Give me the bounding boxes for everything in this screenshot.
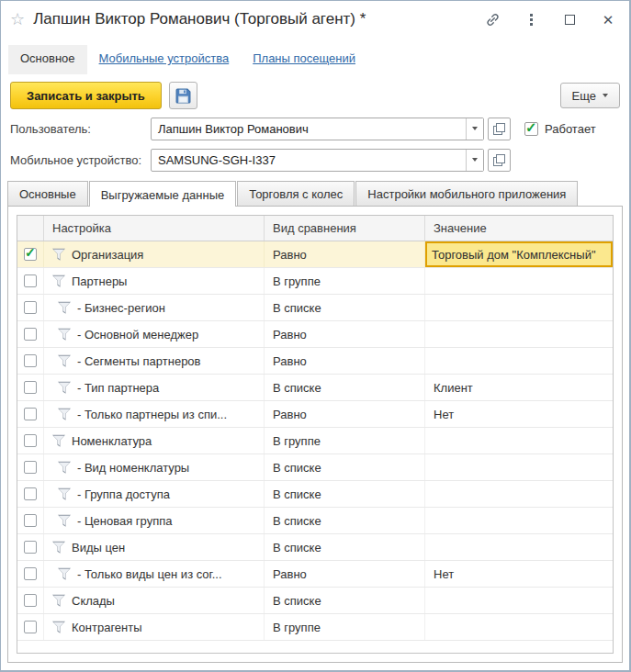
- filter-icon: [52, 594, 65, 607]
- value-cell[interactable]: [425, 508, 613, 533]
- save-close-button[interactable]: Записать и закрыть: [10, 82, 162, 109]
- table-row[interactable]: Партнеры В группе: [17, 268, 613, 295]
- tab-vygruzhaemye-dannye[interactable]: Выгружаемые данные: [89, 181, 237, 207]
- table-row[interactable]: Склады В списке: [17, 588, 613, 614]
- value-cell[interactable]: [425, 428, 613, 454]
- compare-cell[interactable]: В группе: [265, 428, 425, 454]
- device-dropdown-button[interactable]: [466, 150, 483, 171]
- menu-dots-icon[interactable]: [523, 11, 539, 28]
- filter-icon: [58, 487, 71, 500]
- tab-nastroyki-mobilnogo-prilozheniya[interactable]: Настройки мобильного приложения: [355, 181, 578, 206]
- value-cell[interactable]: Торговый дом "Комплексный": [425, 241, 613, 267]
- compare-cell[interactable]: В группе: [265, 268, 425, 294]
- value-cell[interactable]: [425, 614, 613, 640]
- filter-icon: [58, 301, 71, 314]
- compare-cell[interactable]: Равно: [265, 348, 425, 374]
- row-checkbox[interactable]: [24, 434, 37, 447]
- table-row[interactable]: Организация Равно Торговый дом "Комплекс…: [17, 241, 613, 268]
- row-checkbox[interactable]: [24, 274, 37, 287]
- compare-cell[interactable]: В списке: [265, 375, 425, 400]
- setting-name: Склады: [72, 594, 115, 608]
- compare-cell[interactable]: Равно: [265, 241, 425, 267]
- tab-osnovnye[interactable]: Основные: [7, 181, 88, 206]
- table-row[interactable]: - Сегменты партнеров Равно: [17, 348, 613, 375]
- row-checkbox[interactable]: [24, 594, 37, 607]
- selected-value-cell[interactable]: Торговый дом "Комплексный": [425, 241, 613, 267]
- value-cell[interactable]: [425, 295, 613, 320]
- save-button[interactable]: [169, 82, 197, 109]
- device-input[interactable]: SAMSUNG-SGH-I337: [151, 149, 484, 172]
- link-icon[interactable]: [484, 11, 501, 28]
- user-input[interactable]: Лапшин Виктор Романович: [151, 118, 484, 140]
- tab-torgovlya-s-koles[interactable]: Торговля с колес: [237, 181, 355, 206]
- table-row[interactable]: Номенклатура В группе: [17, 428, 613, 454]
- compare-cell[interactable]: Равно: [265, 321, 425, 347]
- nav-link-mobile-devices[interactable]: Мобильные устройства: [87, 45, 242, 74]
- table-row[interactable]: - Вид номенклатуры В списке: [17, 454, 613, 481]
- setting-name: Номенклатура: [72, 434, 152, 448]
- setting-name: Организация: [72, 248, 143, 262]
- user-input-value[interactable]: Лапшин Виктор Романович: [152, 118, 466, 140]
- table-row[interactable]: - Тип партнера В списке Клиент: [17, 375, 613, 401]
- header-znachenie[interactable]: Значение: [425, 216, 613, 241]
- row-checkbox[interactable]: [24, 541, 37, 554]
- user-open-button[interactable]: [488, 118, 511, 140]
- more-button[interactable]: Еще: [560, 83, 620, 108]
- nav-tab-main[interactable]: Основное: [8, 45, 87, 74]
- header-nastroyka[interactable]: Настройка: [44, 216, 265, 241]
- compare-cell[interactable]: В списке: [265, 481, 425, 507]
- table-row[interactable]: - Группа доступа В списке: [17, 481, 613, 508]
- value-cell[interactable]: [425, 348, 613, 374]
- value-cell[interactable]: [425, 321, 613, 347]
- works-checkbox[interactable]: [524, 122, 538, 136]
- compare-cell[interactable]: Равно: [265, 561, 425, 587]
- table-row[interactable]: - Основной менеджер Равно: [17, 321, 613, 348]
- value-cell[interactable]: [425, 588, 613, 613]
- value-cell[interactable]: Нет: [425, 561, 613, 587]
- table-row[interactable]: Виды цен В списке: [17, 534, 613, 561]
- row-checkbox[interactable]: [24, 328, 37, 341]
- row-checkbox[interactable]: [24, 408, 37, 420]
- value-cell[interactable]: [425, 534, 613, 560]
- row-checkbox[interactable]: [24, 461, 37, 474]
- device-input-value[interactable]: SAMSUNG-SGH-I337: [152, 150, 466, 171]
- compare-cell[interactable]: В списке: [265, 508, 425, 533]
- value-cell[interactable]: [425, 481, 613, 507]
- row-checkbox[interactable]: [24, 381, 37, 394]
- value-cell[interactable]: Нет: [425, 401, 613, 427]
- value-cell[interactable]: Клиент: [425, 375, 613, 400]
- row-checkbox[interactable]: [24, 354, 37, 367]
- row-checkbox[interactable]: [24, 487, 37, 500]
- filter-icon: [58, 461, 71, 474]
- row-checkbox[interactable]: [24, 621, 37, 633]
- compare-cell[interactable]: В группе: [265, 614, 425, 640]
- device-open-button[interactable]: [488, 149, 511, 172]
- row-checkbox[interactable]: [24, 301, 37, 314]
- row-checkbox[interactable]: [24, 248, 37, 261]
- row-checkbox[interactable]: [24, 567, 37, 580]
- setting-name: - Тип партнера: [77, 381, 159, 395]
- device-field-row: Мобильное устройство: SAMSUNG-SGH-I337: [10, 148, 620, 172]
- table-row[interactable]: - Только виды цен из сог... Равно Нет: [17, 561, 613, 588]
- table-row[interactable]: - Только партнеры из спи... Равно Нет: [17, 401, 613, 428]
- setting-name: - Сегменты партнеров: [77, 354, 201, 368]
- compare-cell[interactable]: В списке: [265, 454, 425, 480]
- user-dropdown-button[interactable]: [466, 118, 483, 140]
- favorite-star-icon[interactable]: ☆: [10, 9, 25, 29]
- row-checkbox[interactable]: [24, 514, 37, 527]
- table-row[interactable]: - Ценовая группа В списке: [17, 508, 613, 534]
- value-cell[interactable]: [425, 268, 613, 294]
- maximize-icon[interactable]: [561, 11, 578, 28]
- compare-cell[interactable]: В списке: [265, 534, 425, 560]
- open-icon: [493, 123, 505, 135]
- compare-cell[interactable]: В списке: [265, 588, 425, 613]
- header-vid-sravneniya[interactable]: Вид сравнения: [265, 216, 425, 241]
- value-cell[interactable]: [425, 454, 613, 480]
- table-row[interactable]: Контрагенты В группе: [17, 614, 613, 641]
- compare-cell[interactable]: Равно: [265, 401, 425, 427]
- compare-cell[interactable]: В списке: [265, 295, 425, 320]
- table-row[interactable]: - Бизнес-регион В списке: [17, 295, 613, 321]
- nav-link-visit-plans[interactable]: Планы посещений: [241, 45, 367, 74]
- close-icon[interactable]: ✕: [600, 11, 616, 28]
- filter-icon: [52, 274, 65, 287]
